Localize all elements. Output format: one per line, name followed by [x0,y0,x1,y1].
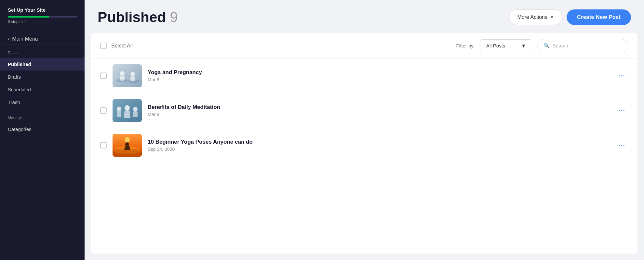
more-actions-button[interactable]: More Actions ▼ [509,9,562,25]
post-thumbnail-1 [113,64,142,87]
post-info-3: 10 Beginner Yoga Poses Anyone can do Sep… [148,139,610,152]
setup-title: Set Up Your Site [8,7,77,13]
header-actions: More Actions ▼ Create New Post [509,9,631,25]
posts-container: Select All Filter by: All Posts ▼ 🔍 [91,33,637,254]
filter-label: Filter by: [456,43,475,48]
filter-chevron-icon: ▼ [521,43,526,48]
svg-point-14 [125,142,129,146]
page-title-text: Published [98,9,166,25]
svg-point-10 [133,107,138,111]
post-thumbnail-2 [113,99,142,122]
post-more-button-3[interactable]: ⋯ [615,140,628,151]
svg-rect-6 [130,76,135,81]
post-row: Yoga and Pregnancy Mar 8 ⋯ [91,58,637,93]
main-header: Published 9 More Actions ▼ Create New Po… [85,0,644,33]
sidebar-item-scheduled[interactable]: Scheduled [0,83,85,96]
post-thumbnail-3 [113,134,142,157]
svg-point-5 [130,72,135,76]
manage-label: Manage [0,109,85,123]
search-input[interactable] [553,43,622,48]
select-all-checkbox[interactable] [100,43,107,49]
more-actions-label: More Actions [517,14,547,20]
post-title-2: Benefits of Daily Meditation [148,104,610,110]
create-post-button[interactable]: Create New Post [567,9,631,25]
posts-section-label: Posts [0,51,85,58]
post-date-2: Mar 8 [148,112,610,117]
post-row: 10 Beginner Yoga Poses Anyone can do Sep… [91,128,637,162]
main-menu-button[interactable]: ‹ Main Menu [0,30,85,45]
post-row: Benefits of Daily Meditation Mar 8 ⋯ [91,93,637,128]
sidebar-item-published[interactable]: Published [0,58,85,71]
svg-rect-13 [113,150,142,157]
progress-bar-fill [8,16,49,18]
filter-dropdown[interactable]: All Posts ▼ [480,39,532,52]
post-date-3: Sep 24, 2020 [148,147,610,152]
progress-bar-bg [8,16,77,18]
post-count-badge: 9 [170,9,178,25]
select-all-label: Select All [111,43,133,49]
sidebar-item-trash[interactable]: Trash [0,96,85,109]
post-title-1: Yoga and Pregnancy [148,69,610,76]
select-all-area: Select All [100,43,133,49]
search-icon: 🔍 [543,43,550,49]
svg-point-15 [125,137,130,142]
svg-point-3 [120,71,125,76]
main-menu-label: Main Menu [12,36,38,42]
posts-toolbar: Select All Filter by: All Posts ▼ 🔍 [91,33,637,58]
post-info-2: Benefits of Daily Meditation Mar 8 [148,104,610,117]
page-title: Published 9 [98,9,178,25]
filter-search-area: Filter by: All Posts ▼ 🔍 [456,39,628,52]
svg-point-8 [117,107,121,111]
post-checkbox-3[interactable] [100,142,107,149]
post-title-3: 10 Beginner Yoga Poses Anyone can do [148,139,610,145]
main-content: Published 9 More Actions ▼ Create New Po… [85,0,644,260]
chevron-down-icon: ▼ [550,15,554,20]
svg-point-9 [125,105,130,110]
svg-rect-4 [120,76,125,81]
post-date-1: Mar 8 [148,77,610,82]
svg-rect-0 [113,64,142,87]
posts-section: Posts Published Drafts Scheduled Trash [0,45,85,109]
sidebar-item-categories[interactable]: Categories [0,123,85,136]
setup-section: Set Up Your Site 5 steps left [0,0,85,30]
sidebar: Set Up Your Site 5 steps left ‹ Main Men… [0,0,85,260]
filter-value: All Posts [486,43,505,48]
search-box[interactable]: 🔍 [537,39,628,52]
back-arrow-icon: ‹ [8,36,9,42]
post-checkbox-2[interactable] [100,107,107,114]
sidebar-item-drafts[interactable]: Drafts [0,71,85,83]
post-more-button-2[interactable]: ⋯ [615,105,628,116]
post-more-button-1[interactable]: ⋯ [615,70,628,81]
post-checkbox-1[interactable] [100,72,107,79]
post-info-1: Yoga and Pregnancy Mar 8 [148,69,610,82]
steps-left: 5 steps left [8,20,77,24]
